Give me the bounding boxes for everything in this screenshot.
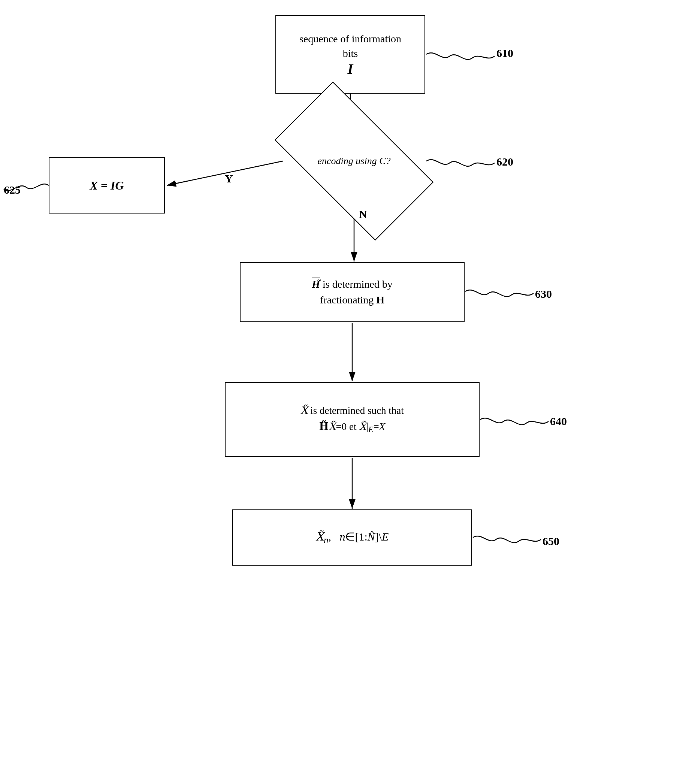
- box-630-text: H̃ is determined by fractionating H: [312, 277, 392, 308]
- diamond-620-text: encoding using C?: [318, 155, 391, 168]
- box-625-text: X = IG: [89, 179, 124, 193]
- ref-610: 610: [497, 47, 513, 59]
- box-640: X̃ is determined such that H̃X̃=0 et X̃|…: [225, 382, 480, 457]
- diamond-620: encoding using C?: [283, 120, 425, 202]
- ref-630: 630: [535, 288, 552, 300]
- box-640-text: X̃ is determined such that H̃X̃=0 et X̃|…: [300, 403, 404, 437]
- box-650-text: X̃n, n∈[1:Ñ]\E: [316, 530, 389, 545]
- box-610-text: sequence of information bits I: [299, 31, 401, 77]
- label-Y: Y: [225, 172, 233, 185]
- ref-625: 625: [4, 184, 21, 196]
- ref-650: 650: [543, 535, 559, 548]
- box-610: sequence of information bits I: [276, 15, 425, 94]
- ref-620: 620: [497, 155, 513, 168]
- ref-640: 640: [550, 415, 567, 428]
- label-N: N: [359, 208, 367, 221]
- box-630: H̃ is determined by fractionating H: [240, 262, 465, 322]
- box-625: X = IG: [49, 157, 165, 214]
- diagram-container: sequence of information bits I 610 encod…: [0, 0, 698, 784]
- box-650: X̃n, n∈[1:Ñ]\E: [232, 509, 472, 566]
